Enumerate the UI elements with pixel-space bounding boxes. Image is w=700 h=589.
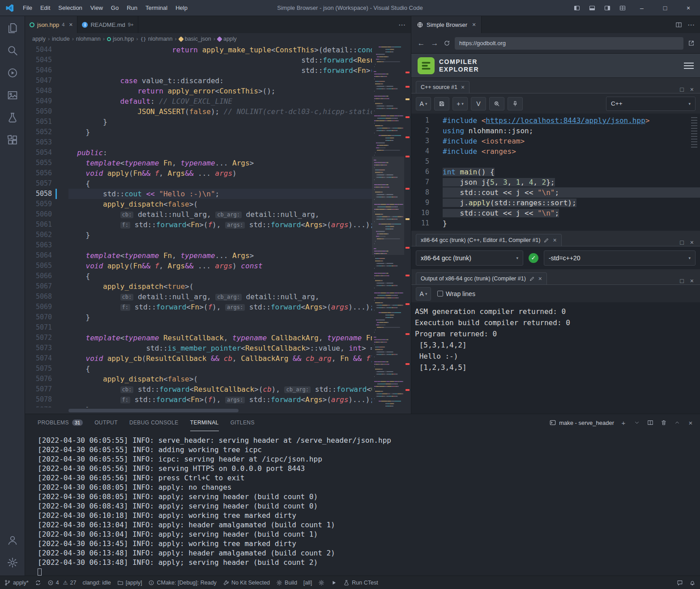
code-line-5068[interactable]: 5068 cb: detail::null_arg, cb_arg: detai… [25, 292, 372, 302]
compiler-pane-tab[interactable]: x86-64 gcc (trunk) (C++, Editor #1, Comp… [416, 234, 562, 246]
toggle-panel-icon[interactable] [589, 4, 596, 12]
source-line-5[interactable]: 5 [411, 157, 700, 167]
minimap-slider[interactable] [372, 157, 404, 255]
code-line-5053[interactable]: 5053 [25, 137, 372, 148]
breadcrumb-apply[interactable]: apply [218, 36, 237, 42]
customize-layout-icon[interactable] [619, 4, 626, 12]
explorer-icon[interactable] [7, 22, 18, 34]
notifications-bell-icon[interactable] [689, 580, 696, 586]
maximize-pane-icon[interactable]: □ [680, 277, 683, 284]
extensions-icon[interactable] [7, 134, 18, 146]
code-line-5054[interactable]: 5054 public: [25, 148, 372, 158]
code-editor[interactable]: 5044 return apply_make_tuple<ConstThis>(… [25, 45, 411, 407]
git-branch-status[interactable]: apply* [4, 580, 29, 586]
terminal-task-item[interactable]: make - serve_header [550, 420, 614, 426]
sync-button[interactable] [35, 580, 41, 586]
code-line-5056[interactable]: 5056 void apply(Fn&& f, Args&& ... args) [25, 168, 372, 178]
toggle-sidebar-icon[interactable] [573, 4, 580, 12]
close-icon[interactable]: × [461, 84, 465, 91]
breadcrumb-nlohmann[interactable]: nlohmann [76, 36, 101, 42]
font-size-button[interactable]: A▾ [416, 97, 431, 110]
code-line-5070[interactable]: 5070 } [25, 312, 372, 322]
hamburger-menu-icon[interactable] [684, 63, 694, 69]
problems-status[interactable]: 4 ⚠ 27 [47, 580, 77, 586]
source-pane-tab[interactable]: C++ source #1 × [416, 81, 470, 93]
compiler-explorer-logo-text[interactable]: COMPILEREXPLORER [439, 58, 479, 72]
cmake-build-button[interactable]: Build [276, 580, 297, 586]
code-line-5050[interactable]: 5050 JSON_ASSERT(false); // NOLINT(cert-… [25, 106, 372, 117]
launch-button[interactable] [331, 580, 337, 586]
run-ctest-button[interactable]: Run CTest [343, 580, 378, 586]
panel-tab-debug-console[interactable]: DEBUG CONSOLE [129, 415, 179, 431]
godbolt-source-editor[interactable]: 1#include <https://localhost:8443/apply/… [411, 114, 700, 231]
source-line-11[interactable]: 11} [411, 218, 700, 229]
panel-tab-problems[interactable]: PROBLEMS31 [38, 415, 83, 431]
forward-icon[interactable]: → [430, 39, 439, 48]
feedback-icon[interactable] [677, 580, 683, 586]
close-icon[interactable]: × [553, 237, 556, 244]
cmake-kit-selector[interactable]: No Kit Selected [223, 580, 270, 586]
source-line-7[interactable]: 7 json j{5, 3, 1, 4, 2}; [411, 177, 700, 187]
terminal-profile-dropdown-icon[interactable] [633, 420, 641, 425]
code-line-5061[interactable]: 5061 f: std::forward<Fn>(f), args: std::… [25, 220, 372, 230]
code-line-5064[interactable]: 5064 template<typename Fn, typename... A… [25, 250, 372, 261]
code-line-5062[interactable]: 5062 } [25, 230, 372, 240]
tab-json.hpp[interactable]: json.hpp4× [25, 16, 77, 33]
menu-help[interactable]: Help [171, 0, 192, 16]
code-line-5059[interactable]: 5059 apply_dispatch<false>( [25, 199, 372, 209]
close-panel-button[interactable]: × [687, 419, 695, 427]
save-button[interactable] [434, 97, 449, 110]
code-line-5063[interactable]: 5063 [25, 240, 372, 250]
more-actions-icon[interactable]: ⋯ [398, 21, 405, 29]
compiler-select[interactable]: x86-64 gcc (trunk)▾ [416, 250, 523, 266]
source-line-8[interactable]: 8 std::cout << j << "\n"; [411, 187, 700, 198]
edit-icon[interactable] [529, 276, 535, 281]
code-line-5049[interactable]: 5049 default: // LCOV_EXCL_LINE [25, 96, 372, 106]
back-icon[interactable]: ← [417, 39, 426, 48]
account-icon[interactable] [7, 534, 18, 546]
code-line-5055[interactable]: 5055 template<typename Fn, typename... A… [25, 158, 372, 168]
close-pane-icon[interactable]: × [690, 86, 694, 93]
source-line-4[interactable]: 4#include <ranges> [411, 146, 700, 157]
vim-mode-button[interactable]: V [471, 97, 486, 110]
code-line-5046[interactable]: 5046 std::forward<Fn>(fn)); [25, 65, 372, 76]
panel-tab-gitlens[interactable]: GITLENS [230, 415, 255, 431]
clangd-status[interactable]: clangd: idle [82, 580, 111, 586]
source-line-2[interactable]: 2using nlohmann::json; [411, 126, 700, 136]
code-line-5074[interactable]: 5074 void apply_cb(ResultCallback && cb,… [25, 353, 372, 364]
close-pane-icon[interactable]: × [690, 239, 694, 246]
wrap-lines-checkbox[interactable]: Wrap lines [437, 290, 475, 297]
source-line-1[interactable]: 1#include <https://localhost:8443/apply/… [411, 115, 700, 126]
reload-icon[interactable] [444, 40, 450, 47]
menu-go[interactable]: Go [107, 0, 123, 16]
split-editor-icon[interactable] [675, 21, 682, 28]
minimize-button[interactable]: – [630, 0, 653, 16]
code-line-5057[interactable]: 5057 { [25, 178, 372, 189]
maximize-button[interactable]: □ [653, 0, 677, 16]
maximize-pane-icon[interactable]: □ [680, 239, 683, 246]
code-line-5076[interactable]: 5076 apply_dispatch<false>( [25, 374, 372, 384]
add-pane-button[interactable]: +▾ [452, 97, 468, 110]
code-line-5060[interactable]: 5060 cb: detail::null_arg, cb_arg: detai… [25, 209, 372, 220]
source-line-10[interactable]: 10 std::cout << j << "\n"; [411, 208, 700, 218]
breadcrumb-nlohmann[interactable]: nlohmann [140, 36, 172, 42]
menu-edit[interactable]: Edit [36, 0, 54, 16]
settings-gear-icon[interactable] [7, 557, 18, 568]
pin-button[interactable] [508, 97, 523, 110]
code-line-5047[interactable]: 5047 case value_t::discarded: [25, 76, 372, 86]
more-actions-icon[interactable]: ⋯ [687, 21, 695, 29]
menu-run[interactable]: Run [123, 0, 141, 16]
menu-selection[interactable]: Selection [54, 0, 86, 16]
open-external-icon[interactable] [688, 40, 695, 47]
compiler-options-input[interactable]: -std=c++20▾ [544, 250, 696, 266]
run-debug-icon[interactable] [7, 67, 18, 79]
code-line-5071[interactable]: 5071 [25, 322, 372, 333]
language-select[interactable]: C++▾ [606, 97, 696, 111]
panel-tab-output[interactable]: OUTPUT [94, 415, 118, 431]
minimap[interactable] [372, 45, 404, 407]
source-line-6[interactable]: 6int main() { [411, 167, 700, 177]
cmake-status[interactable]: CMake: [Debug]: Ready [148, 580, 216, 586]
code-line-5045[interactable]: 5045 std::forward<ResultType> [25, 55, 372, 65]
breadcrumb-apply[interactable]: apply [32, 36, 46, 42]
code-line-5052[interactable]: 5052 } [25, 127, 372, 137]
